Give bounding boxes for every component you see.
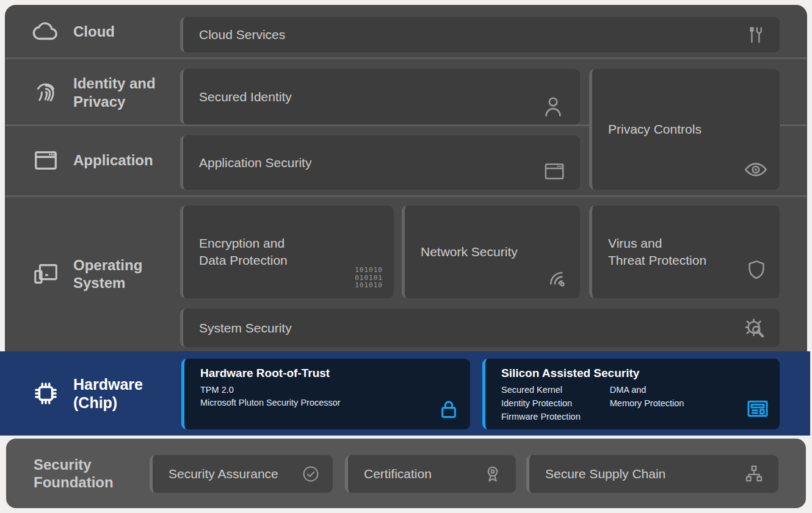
card-secure-supply-chain: Secure Supply Chain: [526, 455, 778, 493]
rosette-badge-icon: [482, 463, 504, 485]
card-privacy-controls: Privacy Controls: [589, 69, 780, 190]
feature-column-right: DMA and Memory Protection: [610, 384, 684, 423]
card-virus-threat-protection: Virus and Threat Protection: [589, 206, 780, 298]
devices-icon: [32, 260, 60, 288]
card-title: Hardware Root-of-Trust: [200, 367, 433, 380]
card-title: Privacy Controls: [608, 122, 701, 137]
feature-item: Firmware Protection: [501, 411, 581, 424]
layer-label-application: Application: [32, 126, 153, 195]
card-security-assurance: Security Assurance: [150, 455, 333, 493]
tools-icon: [744, 24, 766, 46]
org-chart-icon: [743, 463, 765, 485]
card-certification: Certification: [345, 455, 516, 493]
card-hardware-root-of-trust: Hardware Root-of-Trust TPM 2.0 Microsoft…: [181, 359, 470, 429]
layer-label-identity-and-privacy: Identity and Privacy: [32, 59, 156, 126]
check-circle-icon: [301, 464, 321, 484]
layer-label-text: Security Foundation: [34, 456, 114, 492]
fingerprint-icon: [32, 79, 60, 107]
feature-columns: Secured Kernel Identity Protection Firmw…: [501, 384, 743, 423]
card-title: Secured Identity: [199, 90, 292, 104]
card-title: Network Security: [421, 245, 518, 259]
card-title: Security Assurance: [169, 467, 278, 481]
wifi-icon: [545, 267, 570, 292]
card-title: Application Security: [199, 156, 311, 170]
card-line: Microsoft Pluton Security Processor: [200, 396, 433, 409]
layer-label-text: Cloud: [73, 23, 115, 40]
feature-column-left: Secured Kernel Identity Protection Firmw…: [501, 384, 581, 423]
cloud-icon: [32, 18, 60, 46]
shield-icon: [744, 258, 769, 282]
security-stack-diagram: Cloud Identity and Privacy Application: [0, 0, 812, 513]
app-window-icon: [32, 146, 60, 174]
memory-icon: [745, 396, 770, 423]
card-title: Virus and Threat Protection: [608, 235, 706, 270]
lock-icon: [437, 398, 460, 423]
card-network-security: Network Security: [402, 206, 580, 298]
card-title: System Security: [199, 321, 292, 335]
window-icon: [542, 159, 567, 184]
card-title: Cloud Services: [199, 27, 285, 42]
eye-icon: [743, 157, 769, 182]
feature-item: DMA and Memory Protection: [610, 384, 684, 411]
layer-label-text: Operating System: [73, 256, 142, 292]
card-title: Encryption and Data Protection: [199, 235, 288, 270]
layer-label-operating-system: Operating System: [32, 196, 142, 351]
card-silicon-assisted-security: Silicon Assisted Security Secured Kernel…: [482, 359, 780, 429]
card-application-security: Application Security: [180, 135, 580, 190]
layer-label-text: Hardware (Chip): [73, 375, 143, 412]
card-cloud-services: Cloud Services: [180, 17, 780, 52]
card-encryption-data-protection: Encryption and Data Protection 101010 01…: [180, 206, 394, 298]
card-title: Secure Supply Chain: [545, 467, 665, 481]
card-line: TPM 2.0: [200, 384, 433, 396]
feature-item: Secured Kernel: [501, 384, 581, 397]
card-title: Certification: [364, 467, 432, 481]
card-system-security: System Security: [180, 309, 780, 347]
layer-label-security-foundation: Security Foundation: [34, 439, 114, 508]
layer-label-text: Application: [73, 151, 153, 169]
layer-label-cloud: Cloud: [32, 5, 115, 59]
card-secured-identity: Secured Identity: [180, 69, 580, 124]
feature-item: Identity Protection: [501, 397, 581, 411]
person-icon: [540, 93, 567, 120]
binary-icon: 101010 010101 101010: [355, 267, 383, 290]
layer-label-text: Identity and Privacy: [73, 74, 156, 110]
binary-line: 101010: [355, 267, 383, 274]
gear-search-icon: [742, 315, 767, 341]
binary-line: 101010: [355, 282, 383, 290]
chip-icon: [32, 379, 60, 407]
layer-label-hardware-chip: Hardware (Chip): [32, 351, 143, 436]
card-title: Silicon Assisted Security: [501, 367, 743, 380]
